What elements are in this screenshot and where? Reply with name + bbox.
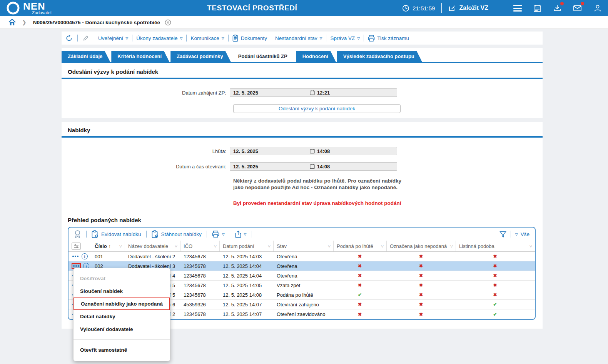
datum-zahajeni-field[interactable]: 12. 5. 2025 12:21 [230,88,397,97]
cell-listinna-podoba: ✔ [456,300,535,309]
home-button[interactable] [8,19,16,26]
cross-icon: ✖ [337,273,387,278]
column-header-stav[interactable]: Stav▽ [274,241,334,251]
column-filter-caret-icon[interactable]: ▽ [214,244,217,248]
user-profile-button[interactable] [593,4,602,12]
oteviranie-field[interactable]: 12. 5. 2025 14:08 [230,162,397,171]
toolbar-separator [77,35,78,42]
cross-icon: ✖ [390,292,456,298]
tab-kriteria-hodnoceni[interactable]: Kritéria hodnocení [111,51,169,62]
history-button[interactable] [65,35,73,42]
cell-ico: 12345678 [180,281,220,290]
main-menu-button[interactable] [513,5,522,12]
column-header-label: IČO [184,243,192,249]
filter-scope-label: Vše [521,231,529,237]
column-header-ico[interactable]: IČO▽ [180,241,220,251]
nen-logo[interactable]: NEN Zadavatel [6,1,52,15]
column-settings-button[interactable] [72,243,81,250]
caret-down-icon: ▽ [125,37,128,40]
calendar-button[interactable] [533,4,541,12]
cell-listinna-podoba: ✖ [456,290,535,299]
toolbar-separator [207,231,207,238]
toolbar-item-label: Dokumenty [241,35,267,41]
toolbar-item-dokumenty[interactable]: Dokumenty [232,35,267,42]
toolbar-item-ukony-zadavatele[interactable]: Úkony zadavatele▽ [136,35,182,41]
toolbar-item-label: Komunikace [190,35,219,41]
clipboard-download-icon [152,230,159,238]
print-table-button[interactable]: ▽ [212,231,225,238]
toolbar-item-nestandardni-stav[interactable]: Nestandardní stav▽ [275,35,322,41]
time-value: 12:21 [317,90,330,96]
sliders-icon [73,244,79,248]
table-row[interactable]: i001Dodavatel - školení 21234567812. 5. … [68,252,535,261]
column-filter-caret-icon[interactable]: ▽ [175,244,177,248]
cross-icon: ✖ [459,263,535,269]
send-invitation-button[interactable]: Odeslání výzvy k podání nabídek [233,104,401,113]
toolbar-separator [86,231,87,238]
cell-datum-podani: 12. 5. 2025 14:08 [220,290,274,299]
cell-ico: 12345678 [180,261,220,271]
toolbar-item-label: Tisk záznamu [377,35,409,41]
toolbar-item-tisk-zaznamu[interactable]: Tisk záznamu [368,35,409,42]
tab-hodnoceni[interactable]: Hodnocení [296,51,336,62]
session-clock: 21:51:59 [402,5,435,12]
column-header-podana-po-lhute[interactable]: Podaná po lhůtě▽ [334,241,387,251]
column-header-nazev-dodavatele[interactable]: Název dodavatele▽ [125,241,180,251]
toolbar-separator [511,231,511,238]
row-menu-button[interactable] [72,254,79,259]
row-info-icon[interactable]: i [82,253,88,259]
menu-item-slouceni-nabidek[interactable]: Sloučení nabídek [73,285,170,298]
messages-button[interactable] [573,4,582,13]
column-filter-caret-icon[interactable]: ▽ [268,244,271,248]
tab-zadavaci-podminky[interactable]: Zadávací podmínky [170,51,231,62]
menu-item-detail-nabidky[interactable]: Detail nabídky [73,310,170,323]
caret-down-icon: ▽ [222,233,225,236]
evidovat-nabidku-button[interactable]: Evidovat nabídku [92,230,141,238]
tab-vysledek-zadavaciho-postupu[interactable]: Výsledek zadávacího postupu [337,51,422,62]
menu-item-otevrit-samostatne[interactable]: Otevřít samostatně [73,344,170,356]
breadcrumb: ❯ N006/25/V00004575 - Domácí kuchyňské s… [0,16,608,29]
menu-item-vylouceni-dodavatele[interactable]: Vyloučení dodavatele [73,323,170,336]
export-button[interactable]: ▽ [235,231,247,238]
toolbar-item-label: Uveřejnění [98,35,123,41]
cross-icon: ✖ [337,263,387,269]
column-header-listinna-podoba[interactable]: Listinná podoba▽ [456,241,535,251]
caret-down-icon: ▽ [180,37,183,40]
cross-icon: ✖ [337,283,387,288]
cell-datum-podani: 12. 5. 2025 14:05 [220,281,274,290]
tab-zakladni-udaje[interactable]: Základní údaje [62,51,110,62]
filter-scope-dropdown[interactable]: ▽ Vše [515,231,529,237]
tab-podani-ucastniku-zp[interactable]: Podání účastníků ZP [232,51,295,62]
close-record-button[interactable] [165,19,171,26]
toolbar-item-sprava-vz[interactable]: Správa VZ▽ [330,35,360,41]
column-header-cislo[interactable]: Číslo↑▽ [92,241,125,251]
column-filter-caret-icon[interactable]: ▽ [381,244,384,248]
toolbar-item-komunikace[interactable]: Komunikace▽ [190,35,224,41]
app-header: NEN Zadavatel TESTOVACÍ PROSTŘEDÍ 21:51:… [0,0,608,16]
menu-item-oznaceni-nabidky-jako-nepodana[interactable]: Označení nabídky jako nepodaná [73,298,170,310]
toolbar-item-uverejneni[interactable]: Uveřejnění▽ [98,35,128,41]
calendar-icon [310,164,315,169]
award-button[interactable] [74,230,81,238]
column-header-datum-podani[interactable]: Datum podání▽ [220,241,274,251]
lhuta-field[interactable]: 12. 5. 2025 14:08 [230,147,397,155]
toolbar-separator [252,231,252,238]
column-header-label: Podaná po lhůtě [337,243,373,249]
column-filter-caret-icon[interactable]: ▽ [450,244,453,248]
nonstandard-state-warning: Byl proveden nestandardní stav úprava na… [233,200,543,206]
column-filter-caret-icon[interactable]: ▽ [529,244,532,248]
cross-icon: ✖ [459,254,535,259]
column-filter-caret-icon[interactable]: ▽ [328,244,331,248]
column-header-oznacena-jako-nepodana[interactable]: Označena jako nepodaná▽ [387,241,456,251]
filter-button[interactable] [499,231,506,238]
create-vz-button[interactable]: Založit VZ [448,4,488,12]
edit-record-button[interactable] [82,35,89,42]
breadcrumb-item[interactable]: N006/25/V00004575 - Domácí kuchyňské spo… [33,20,160,25]
cell-oznacena-jako-nepodana: ✖ [387,271,456,280]
stahnout-nabidky-button[interactable]: Stáhnout nabídky [152,230,202,238]
column-filter-caret-icon[interactable]: ▽ [119,244,122,248]
cross-icon: ✖ [337,254,387,259]
brand-name: NEN [23,2,52,11]
downloads-button[interactable] [553,4,561,12]
cross-icon: ✖ [390,312,456,317]
